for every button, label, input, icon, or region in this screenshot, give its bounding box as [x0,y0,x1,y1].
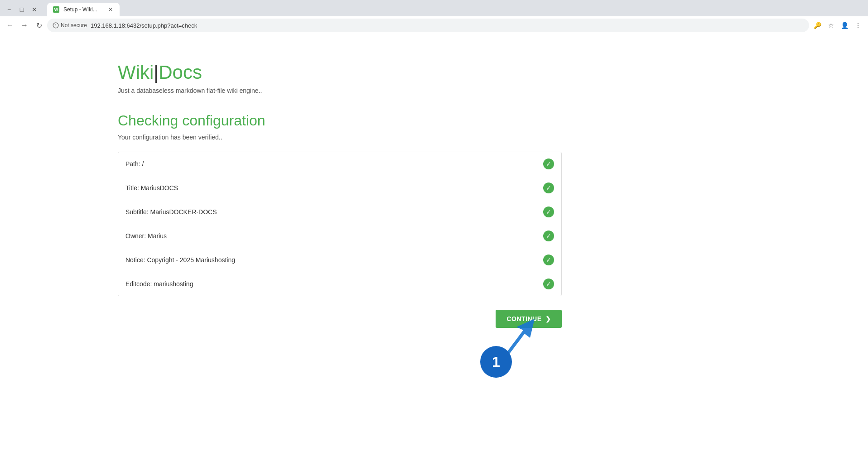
logo-part1: Wiki [118,62,154,83]
address-bar[interactable]: Not secure 192.168.1.18:6432/setup.php?a… [47,19,809,32]
address-text: 192.168.1.18:6432/setup.php?act=check [91,22,804,29]
check-icon-owner: ✓ [543,231,554,241]
continue-arrow-icon: ❯ [545,315,551,322]
config-label-owner: Owner: Marius [125,232,167,240]
annotation-number: 1 [492,354,500,370]
title-bar: − □ ✕ W Setup - Wiki... ✕ [0,0,868,16]
config-label-notice: Notice: Copyright - 2025 Mariushosting [125,256,235,264]
security-indicator: Not secure [53,22,87,29]
app-logo: Wiki|Docs [118,62,868,83]
check-icon-notice: ✓ [543,255,554,265]
tab-close-button[interactable]: ✕ [107,6,114,13]
password-manager-button[interactable]: 🔑 [811,19,824,32]
minimize-button[interactable]: − [4,4,14,15]
profile-button[interactable]: 👤 [838,19,851,32]
close-button[interactable]: ✕ [29,4,40,15]
check-icon-path: ✓ [543,159,554,169]
reload-button[interactable]: ↻ [33,19,45,32]
window-controls: − □ ✕ [4,4,40,15]
config-row-subtitle: Subtitle: MariusDOCKER-DOCS ✓ [118,200,561,224]
annotation-container: CONTINUE ❯ 1 [118,310,562,328]
config-label-subtitle: Subtitle: MariusDOCKER-DOCS [125,208,217,216]
config-label-editcode: Editcode: mariushosting [125,280,193,288]
restore-button[interactable]: □ [16,4,27,15]
favicon-icon: W [53,6,59,13]
config-row-notice: Notice: Copyright - 2025 Mariushosting ✓ [118,248,561,272]
tab-title: Setup - Wiki... [63,6,103,13]
config-label-path: Path: / [125,160,144,168]
browser-chrome: − □ ✕ W Setup - Wiki... ✕ ← → ↻ [0,0,868,34]
config-label-title: Title: MariusDOCS [125,184,178,192]
bookmark-button[interactable]: ☆ [825,19,837,32]
tabs-bar: W Setup - Wiki... ✕ [43,3,123,16]
continue-label: CONTINUE [506,315,541,322]
config-row-owner: Owner: Marius ✓ [118,224,561,248]
forward-button[interactable]: → [18,19,31,32]
config-row-path: Path: / ✓ [118,152,561,176]
section-title: Checking configuration [118,112,868,129]
app-tagline: Just a databaseless markdown flat-file w… [118,87,868,94]
security-label: Not secure [61,22,87,29]
back-button[interactable]: ← [4,19,16,32]
continue-area: CONTINUE ❯ 1 [118,310,562,328]
check-icon-editcode: ✓ [543,279,554,289]
config-table: Path: / ✓ Title: MariusDOCS ✓ Subtitle: … [118,152,562,296]
logo-part2: Docs [159,62,202,83]
active-tab[interactable]: W Setup - Wiki... ✕ [47,3,120,16]
section-description: Your configuration has been verified.. [118,134,868,141]
continue-button[interactable]: CONTINUE ❯ [496,310,562,328]
tab-favicon: W [53,6,60,13]
address-bar-actions: 🔑 ☆ 👤 ⋮ [811,19,864,32]
menu-button[interactable]: ⋮ [852,19,864,32]
check-icon-title: ✓ [543,183,554,193]
config-row-title: Title: MariusDOCS ✓ [118,176,561,200]
address-bar-row: ← → ↻ Not secure 192.168.1.18:6432/setup… [0,16,868,34]
check-icon-subtitle: ✓ [543,207,554,217]
annotation-number-badge: 1 [480,346,512,378]
config-row-editcode: Editcode: mariushosting ✓ [118,272,561,296]
page-content: Wiki|Docs Just a databaseless markdown f… [0,34,868,466]
logo-separator: | [154,62,159,83]
